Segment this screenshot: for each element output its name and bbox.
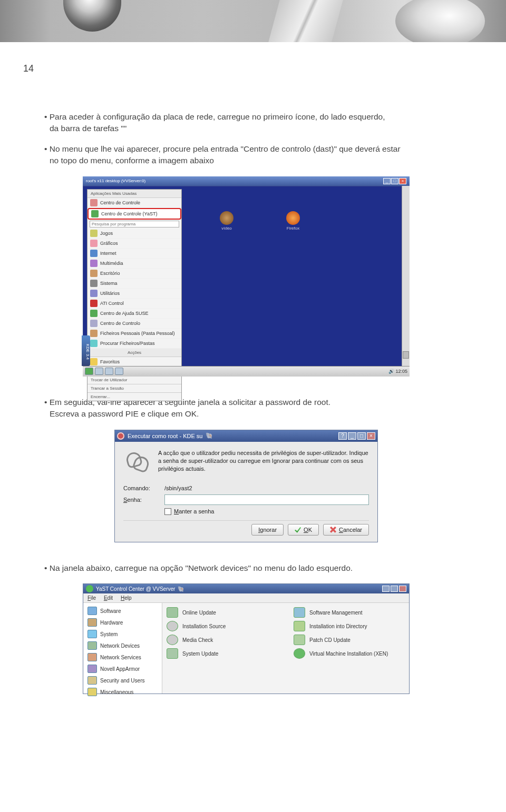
lock-icon (87, 676, 97, 685)
menu-tail-switch-user[interactable]: Trocar de Utilizador (87, 375, 181, 384)
menu-item[interactable]: Jogos (87, 229, 181, 239)
yast-icon (91, 210, 99, 217)
menu-item[interactable]: Sistema (87, 279, 181, 289)
globe-icon (90, 250, 98, 257)
close-icon[interactable]: × (399, 178, 406, 184)
screenshot-yast: YaST Control Center @ VVServer 🐚 FileFil… (83, 583, 410, 694)
cancel-button[interactable]: CancelarCancelar (323, 524, 369, 536)
dialog-message: A acção que o utilizador pediu necessita… (158, 449, 369, 479)
menu-item[interactable]: Utilitários (87, 289, 181, 299)
menu-item[interactable]: Centro de Ajuda SUSE (87, 309, 181, 319)
search-icon (90, 340, 98, 347)
yast-item-system-update[interactable]: System Update (167, 648, 278, 659)
app-icon (90, 199, 98, 206)
cd-icon (294, 635, 305, 645)
sidebar-item-hardware[interactable]: Hardware (85, 617, 160, 628)
sidebar-item-apparmor[interactable]: Novell AppArmor (85, 663, 160, 675)
ok-button[interactable]: OKOK (288, 524, 319, 536)
window-buttons[interactable]: _ □ × (383, 178, 406, 184)
hardware-icon (87, 618, 97, 627)
menu-item-yast-highlighted[interactable]: Centro de Controle (YaST) (87, 208, 181, 220)
password-input[interactable] (164, 494, 369, 505)
scrollbar[interactable] (402, 186, 410, 366)
menu-item[interactable]: Ficheiros Pessoais (Pasta Pessoal) (87, 329, 181, 339)
sidebar-item-misc[interactable]: Miscellaneous (85, 686, 160, 698)
menu-item[interactable]: Gráficos (87, 239, 181, 249)
menu-item[interactable]: Centro de Controlo (87, 319, 181, 329)
ignore-button[interactable]: IgnorarIgnorar (251, 524, 284, 536)
package-icon (87, 607, 97, 615)
menu-section-actions: Acções (87, 349, 181, 357)
folder-icon (220, 211, 233, 225)
yast-item-software-mgmt[interactable]: Software Management (294, 607, 405, 618)
yast-item-media-check[interactable]: Media Check (167, 635, 278, 645)
taskbar-icon[interactable] (105, 368, 113, 375)
yast-item-install-dir[interactable]: Installation into Directory (294, 621, 405, 631)
maximize-icon[interactable]: □ (357, 432, 366, 440)
menu-section-header: Aplicações Mais Usadas (87, 190, 181, 198)
firefox-icon (286, 211, 300, 225)
window-buttons[interactable] (382, 586, 406, 592)
minimize-icon[interactable]: _ (348, 432, 356, 440)
ati-icon (90, 300, 98, 307)
scrollbar-thumb[interactable] (403, 351, 409, 359)
menu-item[interactable]: Procurar Ficheiros/Pastas (87, 339, 181, 349)
yast-item-install-source[interactable]: Installation Source (167, 621, 278, 631)
yast-item-patch-cd[interactable]: Patch CD Update (294, 635, 405, 645)
app-icon (90, 230, 98, 237)
close-icon[interactable] (399, 586, 406, 592)
yast-title: YaST Control Center @ VVServer (96, 586, 175, 592)
page-number: 14 (23, 63, 469, 74)
search-input[interactable] (90, 221, 179, 227)
sidebar-item-security[interactable]: Security and Users (85, 675, 160, 686)
password-label: SSenha:enha: (123, 497, 159, 503)
update-icon (167, 607, 178, 618)
system-icon (87, 630, 97, 638)
taskbar[interactable]: 🔊 12:05 (83, 366, 410, 377)
menu-item-control[interactable]: Centro de Controle (87, 198, 181, 208)
menu-item[interactable]: Escritório (87, 269, 181, 279)
menu-edit[interactable]: EditEdit (104, 595, 113, 601)
taskbar-icon[interactable] (95, 368, 103, 375)
start-button-icon[interactable] (85, 368, 93, 375)
menu-tail-lock[interactable]: Trancar a Sessão (87, 384, 181, 392)
keep-password-label: Manter a senhaManter a senha (174, 508, 214, 514)
command-label: Comando: (123, 485, 159, 491)
sidebar-item-network-services[interactable]: Network Services (85, 651, 160, 663)
maximize-icon[interactable]: □ (391, 178, 398, 184)
checkbox[interactable] (164, 508, 171, 515)
network-icon (87, 641, 97, 650)
help-icon[interactable]: ? (338, 432, 347, 440)
menu-search[interactable] (87, 220, 181, 229)
menu-item[interactable]: ATI Control (87, 299, 181, 309)
minimize-icon[interactable] (382, 586, 390, 592)
window-titlebar: root's x11 desktop (VVServer:0) _ □ × (83, 176, 410, 186)
star-icon (90, 358, 98, 365)
yast-sidebar[interactable]: Software Hardware System Network Devices… (83, 603, 162, 694)
sidebar-item-system[interactable]: System (85, 628, 160, 640)
sidebar-item-software[interactable]: Software (85, 605, 160, 617)
sidebar-item-network-devices[interactable]: Network Devices (85, 640, 160, 651)
desktop-icon-firefox[interactable]: Firefox (286, 211, 300, 231)
yast-item-online-update[interactable]: Online Update (167, 607, 278, 618)
yast-item-xen[interactable]: Virtual Machine Installation (XEN) (294, 648, 405, 659)
maximize-icon[interactable] (391, 586, 398, 592)
bullet-4: Na janela abaixo, carregue na opção "Net… (44, 562, 469, 574)
banner-stripe (268, 0, 343, 42)
menu-tail-shutdown[interactable]: Encerrar... (87, 392, 181, 401)
taskbar-icon[interactable] (115, 368, 123, 375)
menu-item[interactable]: Internet (87, 249, 181, 259)
screenshot-kdesu-dialog: Executar como root - KDE su 🐚 ?_□× A acç… (114, 430, 378, 542)
window-buttons[interactable]: ?_□× (338, 432, 375, 440)
bullet-2: No menu que lhe vai aparecer, procure pe… (44, 143, 469, 167)
menu-file[interactable]: FileFile (87, 595, 96, 601)
minimize-icon[interactable]: _ (383, 178, 391, 184)
close-icon[interactable]: × (367, 432, 375, 440)
kde-version-tab: KDE 3.4 (82, 335, 90, 366)
keep-password-row[interactable]: Manter a senhaManter a senha (164, 508, 369, 515)
app-icon (90, 260, 98, 267)
menu-help[interactable]: HelpHelp (121, 595, 132, 601)
desktop-icon-video[interactable]: vídeo (220, 211, 233, 231)
yast-menubar[interactable]: FileFile EditEdit HelpHelp (83, 593, 409, 603)
menu-item[interactable]: Multimédia (87, 259, 181, 269)
